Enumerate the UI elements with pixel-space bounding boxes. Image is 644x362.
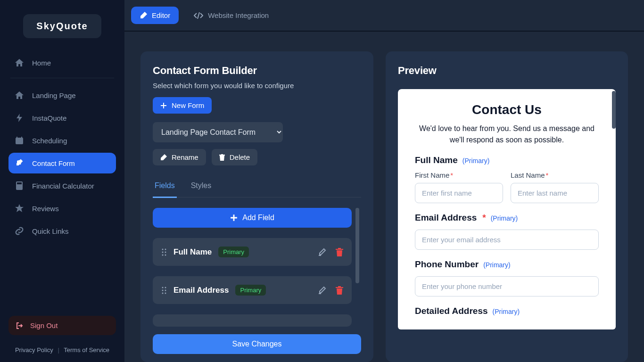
phone-input[interactable] [415, 276, 599, 296]
sidebar-item-label: Quick Links [32, 227, 69, 235]
required-star: * [450, 171, 453, 179]
main: Editor Website Integration Contact Form … [124, 0, 644, 362]
signout-wrap: Sign Out [4, 316, 121, 341]
link-icon [15, 227, 24, 235]
sidebar-item-label: Landing Page [32, 91, 76, 99]
tab-editor[interactable]: Editor [131, 7, 179, 24]
calendar-icon [15, 136, 24, 145]
svg-rect-0 [16, 138, 23, 144]
delete-button[interactable]: Delete [212, 149, 257, 165]
sidebar-item-reviews[interactable]: Reviews [8, 198, 116, 219]
primary-tag: (Primary) [493, 308, 520, 315]
primary-tag: (Primary) [491, 214, 518, 222]
star-icon [15, 204, 24, 213]
svg-point-11 [162, 287, 164, 288]
email-input[interactable] [415, 230, 599, 250]
button-label: Add Field [242, 214, 274, 222]
primary-badge: Primary [218, 247, 249, 257]
topbar: Editor Website Integration [124, 0, 644, 32]
terms-link[interactable]: Terms of Service [64, 346, 109, 354]
input-label: Last Name [511, 171, 545, 179]
rename-button[interactable]: Rename [153, 149, 206, 165]
preview-form-title: Contact Us [415, 102, 599, 117]
edit-field-button[interactable] [318, 248, 326, 256]
field-heading: Full Name [415, 155, 458, 165]
subtab-fields[interactable]: Fields [153, 177, 177, 198]
save-changes-button[interactable]: Save Changes [153, 334, 361, 354]
field-heading: Phone Number [415, 259, 479, 270]
last-name-input[interactable] [511, 183, 599, 203]
field-card: Full Name Primary [153, 238, 352, 266]
sidebar: SkyQuote Home Landing Page InstaQuote Sc… [0, 0, 124, 362]
signout-icon [16, 322, 24, 329]
svg-rect-4 [17, 182, 22, 184]
save-row: Save Changes [153, 334, 361, 354]
preview-wrap: Contact Us We'd love to hear from you. S… [398, 89, 616, 349]
edit-icon [160, 154, 167, 161]
sidebar-item-scheduling[interactable]: Scheduling [8, 130, 116, 151]
preview-field-address: Detailed Address (Primary) [415, 306, 599, 316]
button-label: Save Changes [232, 340, 282, 348]
button-label: Delete [230, 153, 250, 161]
home-icon [15, 91, 24, 99]
sidebar-item-financial[interactable]: Financial Calculator [8, 175, 116, 196]
sidebar-item-instaquote[interactable]: InstaQuote [8, 107, 116, 128]
scrollbar-thumb[interactable] [355, 208, 359, 283]
builder-subtabs: Fields Styles [153, 177, 361, 197]
add-field-button[interactable]: Add Field [153, 208, 352, 228]
preview-panel: Preview Contact Us We'd love to hear fro… [386, 51, 628, 362]
code-icon [194, 12, 203, 19]
sidebar-item-label: InstaQuote [32, 114, 66, 122]
drag-handle-icon[interactable] [161, 287, 167, 294]
first-name-input[interactable] [415, 183, 503, 203]
edit-icon [15, 159, 24, 167]
subtab-styles[interactable]: Styles [189, 177, 214, 197]
footer-links: Privacy Policy | Terms of Service [4, 341, 121, 362]
signout-label: Sign Out [30, 321, 58, 329]
svg-point-6 [165, 248, 166, 250]
scrollbar-thumb[interactable] [612, 91, 616, 129]
svg-point-7 [162, 251, 164, 253]
sidebar-item-label: Financial Calculator [32, 182, 94, 190]
delete-field-button[interactable] [336, 248, 343, 256]
primary-tag: (Primary) [462, 157, 490, 165]
builder-title: Contact Form Builder [153, 65, 361, 77]
required-star: * [482, 213, 486, 223]
sidebar-item-contact-form[interactable]: Contact Form [8, 153, 116, 173]
tab-label: Website Integration [208, 11, 269, 19]
preview-field-email: Email Address * (Primary) [415, 213, 599, 250]
svg-point-10 [165, 254, 166, 255]
preview-card: Contact Us We'd love to hear from you. S… [398, 89, 616, 329]
tab-label: Editor [152, 11, 170, 19]
plus-icon [230, 214, 238, 222]
svg-point-9 [162, 254, 164, 255]
sidebar-item-quicklinks[interactable]: Quick Links [8, 221, 116, 241]
privacy-link[interactable]: Privacy Policy [15, 346, 53, 354]
svg-point-14 [165, 289, 166, 291]
calculator-icon [15, 181, 24, 190]
new-form-button[interactable]: New Form [153, 97, 212, 114]
field-heading: Email Address [415, 213, 477, 223]
delete-field-button[interactable] [336, 286, 343, 295]
fields-area: Add Field Full Name Primary Email Addres… [153, 208, 361, 334]
field-card: Email Address Primary [153, 276, 352, 304]
primary-tag: (Primary) [483, 261, 511, 269]
tab-integration[interactable]: Website Integration [185, 7, 277, 24]
form-select[interactable]: Landing Page Contact Form [153, 122, 283, 142]
primary-badge: Primary [235, 285, 266, 296]
svg-point-5 [162, 248, 164, 250]
sidebar-item-home[interactable]: Home [8, 52, 116, 73]
footer-separator: | [58, 346, 59, 354]
signout-button[interactable]: Sign Out [8, 316, 116, 335]
drag-handle-icon[interactable] [161, 248, 167, 256]
bolt-icon [15, 114, 24, 122]
edit-field-button[interactable] [318, 286, 326, 295]
sidebar-item-landing[interactable]: Landing Page [8, 85, 116, 106]
field-label: Email Address [173, 286, 229, 295]
plus-icon [160, 102, 167, 109]
field-card-partial [153, 314, 352, 327]
sidebar-item-label: Home [32, 59, 51, 67]
preview-field-fullname: Full Name (Primary) First Name* Last Nam… [415, 155, 599, 203]
builder-panel: Contact Form Builder Select which form y… [140, 51, 373, 362]
field-actions [318, 286, 343, 295]
